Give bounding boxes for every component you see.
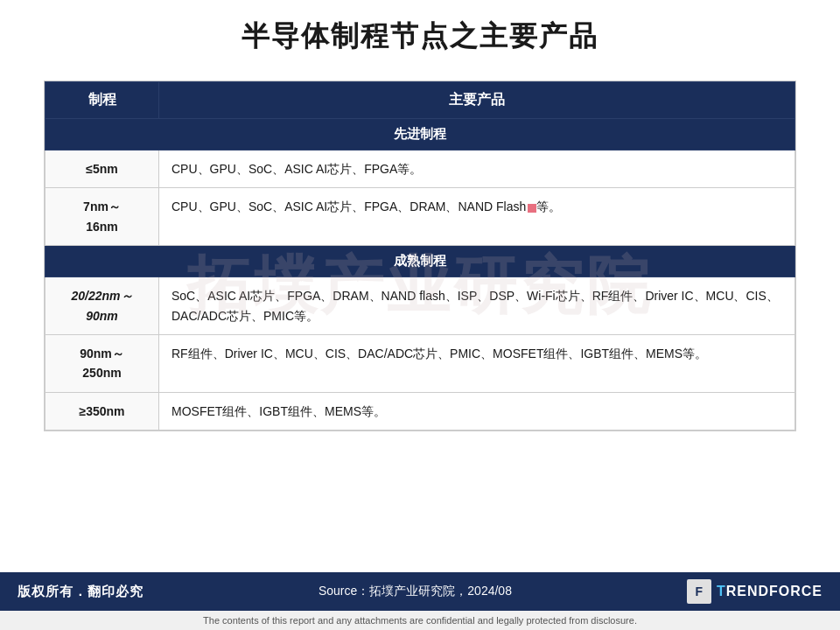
logo-f-letter: F	[696, 584, 704, 598]
process-cell: ≥350nm	[46, 392, 159, 430]
table-header-row: 制程 主要产品	[46, 82, 795, 119]
footer-disclaimer: The contents of this report and any atta…	[0, 611, 840, 630]
page-title: 半导体制程节点之主要产品	[44, 18, 796, 56]
header-process: 制程	[46, 82, 159, 119]
footer-copyright: 版权所有．翻印必究	[18, 584, 144, 600]
pink-marker	[528, 204, 536, 213]
table-row: 20/22nm～90nmSoC、ASIC AI芯片、FPGA、DRAM、NAND…	[46, 277, 795, 335]
products-cell: CPU、GPU、SoC、ASIC AI芯片、FPGA、DRAM、NAND Fla…	[159, 188, 795, 246]
footer-logo: F TRENDFORCE	[687, 579, 822, 604]
process-cell: 90nm～250nm	[46, 334, 159, 392]
table-row: ≤5nmCPU、GPU、SoC、ASIC AI芯片、FPGA等。	[46, 150, 795, 188]
table-row: 7nm～16nmCPU、GPU、SoC、ASIC AI芯片、FPGA、DRAM、…	[46, 188, 795, 246]
main-content: 拓墣产业研究院 半导体制程节点之主要产品 制程 主要产品 先进制程≤5nmCPU…	[0, 0, 840, 572]
footer-logo-text: TRENDFORCE	[717, 584, 822, 599]
page-container: 拓墣产业研究院 半导体制程节点之主要产品 制程 主要产品 先进制程≤5nmCPU…	[0, 0, 840, 630]
trendforce-logo-icon: F	[687, 579, 711, 604]
products-cell: RF组件、Driver IC、MCU、CIS、DAC/ADC芯片、PMIC、MO…	[159, 334, 795, 392]
products-cell: SoC、ASIC AI芯片、FPGA、DRAM、NAND flash、ISP、D…	[159, 277, 795, 335]
main-table: 制程 主要产品 先进制程≤5nmCPU、GPU、SoC、ASIC AI芯片、FP…	[45, 81, 795, 430]
section-header-row: 成熟制程	[46, 246, 795, 277]
table-row: 90nm～250nmRF组件、Driver IC、MCU、CIS、DAC/ADC…	[46, 334, 795, 392]
table-row: ≥350nmMOSFET组件、IGBT组件、MEMS等。	[46, 392, 795, 430]
process-cell: 20/22nm～90nm	[46, 277, 159, 335]
process-cell: 7nm～16nm	[46, 188, 159, 246]
products-cell: CPU、GPU、SoC、ASIC AI芯片、FPGA等。	[159, 150, 795, 188]
section-title: 先进制程	[46, 119, 795, 150]
products-cell: MOSFET组件、IGBT组件、MEMS等。	[159, 392, 795, 430]
section-header-row: 先进制程	[46, 119, 795, 150]
section-title: 成熟制程	[46, 246, 795, 277]
header-products: 主要产品	[159, 82, 795, 119]
table-wrapper: 制程 主要产品 先进制程≤5nmCPU、GPU、SoC、ASIC AI芯片、FP…	[44, 80, 796, 431]
process-cell: ≤5nm	[46, 150, 159, 188]
footer: 版权所有．翻印必究 Source：拓墣产业研究院，2024/08 F TREND…	[0, 572, 840, 611]
footer-source: Source：拓墣产业研究院，2024/08	[318, 584, 512, 599]
